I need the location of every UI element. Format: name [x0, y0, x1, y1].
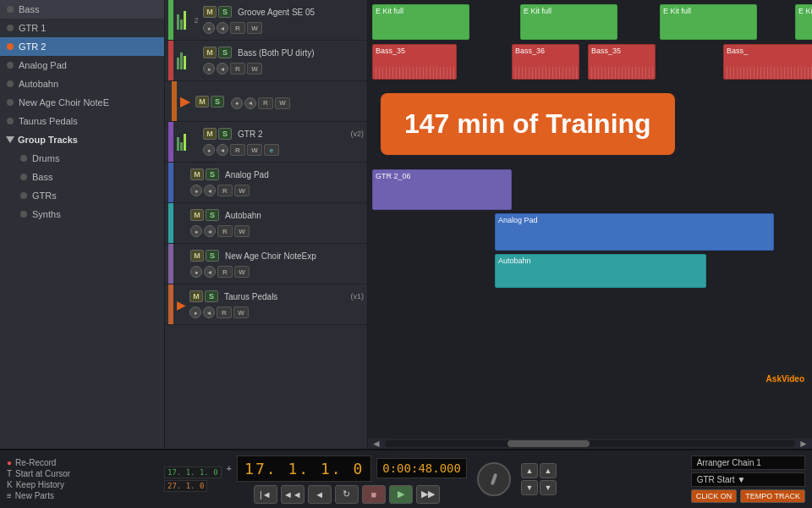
record-button[interactable]: ●	[190, 266, 202, 278]
record-button[interactable]: ●	[203, 63, 215, 75]
write-button[interactable]: W	[275, 97, 290, 109]
mute-button[interactable]: M	[203, 47, 217, 58]
record-button[interactable]: ●	[190, 225, 202, 237]
scroll-left-button[interactable]: ◄	[371, 438, 381, 449]
record-button[interactable]: ●	[203, 144, 215, 156]
monitor-button[interactable]: ◄	[244, 97, 256, 109]
clip[interactable]: E Kit full	[372, 4, 469, 40]
clip[interactable]: Bass_	[723, 44, 812, 80]
write-button[interactable]: W	[234, 266, 250, 278]
chain-display[interactable]: Arranger Chain 1	[691, 456, 805, 470]
clip[interactable]: Bass_35	[588, 44, 656, 80]
clip[interactable]: GTR 2_06	[372, 169, 512, 210]
monitor-button[interactable]: ◄	[204, 225, 216, 237]
read-button[interactable]: R	[217, 266, 233, 278]
monitor-button[interactable]: ◄	[217, 63, 228, 75]
read-button[interactable]: R	[230, 63, 245, 75]
tempo-wheel[interactable]	[477, 462, 511, 496]
mute-button[interactable]: M	[189, 290, 203, 302]
write-button[interactable]: W	[247, 63, 262, 75]
goto-start-button[interactable]: |◄	[254, 485, 277, 504]
sidebar-item-bass[interactable]: Bass	[0, 0, 164, 19]
nudge-down-button[interactable]: ▼	[521, 480, 538, 495]
nudge-down2-button[interactable]: ▼	[540, 480, 557, 495]
solo-button[interactable]: S	[206, 168, 219, 180]
fast-forward-button[interactable]: ▶▶	[416, 485, 440, 504]
scrollbar-track[interactable]	[385, 440, 795, 447]
cycle-button[interactable]: ↻	[335, 485, 359, 504]
sidebar-item-autobahn[interactable]: Autobahn	[0, 75, 164, 93]
monitor-button[interactable]: ◄	[217, 22, 228, 34]
monitor-button[interactable]: ◄	[204, 266, 216, 278]
nudge-up-button[interactable]: ▲	[521, 463, 538, 478]
clip[interactable]: E Kit full	[520, 4, 617, 40]
rewind-button[interactable]: ◄	[308, 485, 332, 504]
read-button[interactable]: R	[258, 97, 273, 109]
solo-button[interactable]: S	[211, 96, 224, 108]
mute-button[interactable]: M	[195, 96, 209, 108]
write-button[interactable]: W	[234, 185, 250, 196]
scrollbar-thumb[interactable]	[508, 440, 590, 447]
read-button[interactable]: R	[230, 22, 245, 34]
sidebar-item-analogpad[interactable]: Analog Pad	[0, 56, 164, 75]
transport-item-cursor[interactable]: T Start at Cursor	[7, 469, 159, 478]
e-button[interactable]: e	[264, 144, 279, 156]
sidebar-item-gtrs[interactable]: GTRs	[14, 186, 164, 205]
write-button[interactable]: W	[234, 225, 250, 237]
nudge-up2-button[interactable]: ▲	[540, 463, 557, 478]
record-button[interactable]: ●	[203, 22, 215, 34]
read-button[interactable]: R	[217, 185, 233, 196]
prev-button[interactable]: ◄◄	[281, 485, 304, 504]
read-button[interactable]: R	[217, 306, 232, 318]
sidebar-item-drums[interactable]: Drums	[14, 149, 164, 168]
sidebar-item-newage[interactable]: New Age Choir NoteE	[0, 93, 164, 112]
scroll-right-button[interactable]: ►	[798, 438, 809, 449]
tempo-track-button[interactable]: TEMPO TRACK	[740, 489, 805, 503]
transport-item-rerecord[interactable]: ● Re-Record	[7, 458, 159, 467]
clip[interactable]: E Kit full	[660, 4, 757, 40]
track-color	[168, 244, 173, 284]
click-button[interactable]: CLICK ON	[691, 489, 738, 503]
monitor-button[interactable]: ◄	[204, 185, 216, 196]
mute-button[interactable]: M	[190, 168, 204, 180]
work-area: Bass GTR 1 GTR 2 Analog Pad Autobahn New…	[0, 0, 812, 449]
write-button[interactable]: W	[247, 144, 262, 156]
read-button[interactable]: R	[230, 144, 245, 156]
sidebar-item-group-tracks[interactable]: Group Tracks	[0, 130, 164, 149]
sidebar-item-taurus[interactable]: Taurus Pedals	[0, 112, 164, 130]
solo-button[interactable]: S	[218, 128, 232, 140]
transport-item-newparts[interactable]: ≡ New Parts	[7, 491, 159, 500]
mute-button[interactable]: M	[203, 6, 217, 18]
monitor-button[interactable]: ◄	[217, 144, 228, 156]
record-button[interactable]: ●	[231, 97, 243, 109]
solo-button[interactable]: S	[218, 6, 232, 18]
record-button[interactable]: ●	[189, 306, 201, 318]
sidebar-item-synths[interactable]: Synths	[14, 205, 164, 224]
transport-item-history[interactable]: K Keep History	[7, 480, 159, 489]
stop-button[interactable]: ■	[362, 485, 386, 504]
clip[interactable]: Analog Pad	[495, 213, 774, 251]
sidebar-item-gtr2[interactable]: GTR 2	[0, 37, 164, 56]
timeline-scrollbar[interactable]: ◄ ►	[368, 439, 812, 449]
record-button[interactable]: ●	[190, 185, 202, 196]
clip[interactable]: Bass_35	[372, 44, 457, 80]
write-button[interactable]: W	[247, 22, 262, 34]
sidebar-item-gtr1[interactable]: GTR 1	[0, 19, 164, 37]
mute-button[interactable]: M	[190, 250, 204, 262]
solo-button[interactable]: S	[205, 290, 218, 302]
solo-button[interactable]: S	[206, 209, 219, 221]
read-button[interactable]: R	[217, 225, 233, 237]
solo-button[interactable]: S	[206, 250, 219, 262]
mute-button[interactable]: M	[190, 209, 204, 221]
monitor-button[interactable]: ◄	[203, 306, 215, 318]
write-button[interactable]: W	[233, 306, 249, 318]
vol-bar	[184, 56, 186, 69]
sidebar-item-bass2[interactable]: Bass	[14, 168, 164, 186]
play-button[interactable]: ▶	[389, 485, 413, 504]
chain-sub-display[interactable]: GTR Start ▼	[691, 472, 805, 487]
solo-button[interactable]: S	[218, 47, 232, 58]
clip[interactable]: Bass_36	[512, 44, 579, 80]
mute-button[interactable]: M	[203, 128, 217, 140]
clip[interactable]: E Kit ful	[795, 4, 812, 40]
clip[interactable]: Autobahn	[495, 254, 706, 288]
